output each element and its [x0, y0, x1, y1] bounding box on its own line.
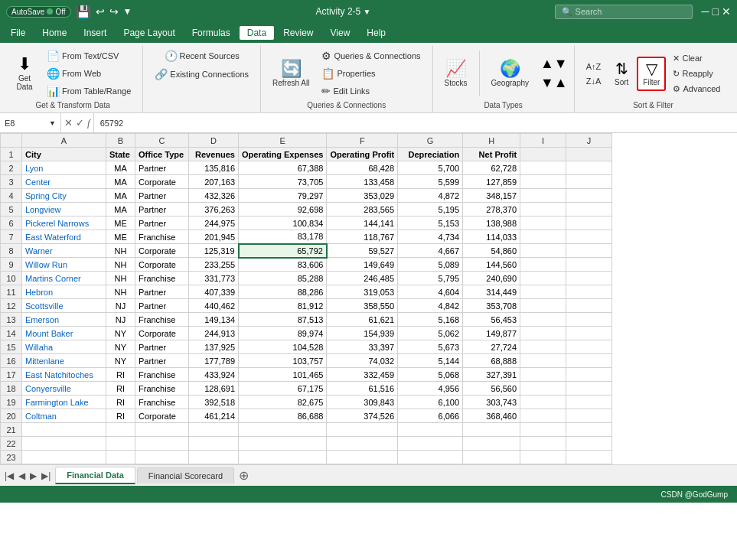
cell-opexp-10[interactable]: 85,288 — [239, 272, 327, 285]
cell-opexp-19[interactable]: 82,675 — [239, 396, 327, 409]
cell-city-7[interactable]: East Waterford — [22, 230, 106, 244]
cell-rev-15[interactable]: 137,925 — [189, 340, 239, 354]
cell-type-2[interactable]: Partner — [135, 161, 189, 175]
cell-city-19[interactable]: Farmington Lake — [22, 396, 106, 409]
nav-last-icon[interactable]: ▶| — [40, 469, 52, 483]
cell-type-13[interactable]: Franchise — [135, 313, 189, 327]
cell-type-6[interactable]: Partner — [135, 217, 189, 230]
header-office-type[interactable]: Office Type — [135, 148, 189, 161]
cancel-formula-icon[interactable]: ✕ — [64, 117, 73, 129]
cell-state-19[interactable]: RI — [106, 396, 135, 409]
cell-state-2[interactable]: MA — [106, 161, 135, 175]
cell-city-12[interactable]: Scottsville — [22, 299, 106, 313]
cell-type-14[interactable]: Corporate — [135, 327, 189, 340]
cell-depr-19[interactable]: 6,100 — [398, 396, 463, 409]
get-data-button[interactable]: ⬇ GetData — [9, 52, 40, 95]
cell-state-13[interactable]: NJ — [106, 313, 135, 327]
cell-opexp-16[interactable]: 103,757 — [239, 354, 327, 368]
cell-netprofit-11[interactable]: 314,449 — [463, 285, 520, 299]
cell-depr-11[interactable]: 4,604 — [398, 285, 463, 299]
tab-financial-data[interactable]: Financial Data — [55, 467, 135, 484]
cell-netprofit-9[interactable]: 144,560 — [463, 258, 520, 272]
cell-type-16[interactable]: Partner — [135, 354, 189, 368]
cell-city-6[interactable]: Pickerel Narrows — [22, 217, 106, 230]
cell-rev-6[interactable]: 244,975 — [189, 217, 239, 230]
cell-opexp-14[interactable]: 89,974 — [239, 327, 327, 340]
cell-city-16[interactable]: Mittenlane — [22, 354, 106, 368]
cell-depr-10[interactable]: 5,795 — [398, 272, 463, 285]
sort-down-icon[interactable]: ▼▲ — [540, 75, 568, 91]
cell-depr-4[interactable]: 4,872 — [398, 189, 463, 203]
cell-rev-19[interactable]: 392,518 — [189, 396, 239, 409]
cell-type-12[interactable]: Partner — [135, 299, 189, 313]
header-depreciation[interactable]: Depreciation — [398, 148, 463, 161]
cell-city-10[interactable]: Martins Corner — [22, 272, 106, 285]
cell-opexp-6[interactable]: 100,834 — [239, 217, 327, 230]
nav-prev-icon[interactable]: ◀ — [17, 469, 27, 483]
cell-state-16[interactable]: NY — [106, 354, 135, 368]
cell-rev-14[interactable]: 244,913 — [189, 327, 239, 340]
cell-rev-3[interactable]: 207,163 — [189, 175, 239, 189]
properties-button[interactable]: 📋 Properties — [316, 65, 426, 82]
cell-state-17[interactable]: RI — [106, 368, 135, 382]
cell-opprofit-7[interactable]: 118,767 — [327, 230, 398, 244]
cell-rev-11[interactable]: 407,339 — [189, 285, 239, 299]
menu-page-layout[interactable]: Page Layout — [116, 26, 182, 40]
title-dropdown-icon[interactable]: ▼ — [364, 8, 371, 16]
cell-opexp-7[interactable]: 83,178 — [239, 230, 327, 244]
cell-state-18[interactable]: RI — [106, 382, 135, 396]
menu-view[interactable]: View — [323, 26, 358, 40]
cell-netprofit-4[interactable]: 348,157 — [463, 189, 520, 203]
cell-opprofit-4[interactable]: 353,029 — [327, 189, 398, 203]
cell-depr-20[interactable]: 6,066 — [398, 409, 463, 423]
cell-depr-14[interactable]: 5,062 — [398, 327, 463, 340]
cell-depr-7[interactable]: 4,734 — [398, 230, 463, 244]
cell-netprofit-16[interactable]: 68,888 — [463, 354, 520, 368]
cell-type-7[interactable]: Franchise — [135, 230, 189, 244]
cell-depr-15[interactable]: 5,673 — [398, 340, 463, 354]
geography-button[interactable]: 🌍 Geography — [486, 57, 534, 91]
cell-netprofit-17[interactable]: 327,391 — [463, 368, 520, 382]
cell-depr-6[interactable]: 5,153 — [398, 217, 463, 230]
queries-connections-button[interactable]: ⚙ Queries & Connections — [316, 47, 426, 64]
from-web-button[interactable]: 🌐 From Web — [41, 65, 136, 82]
header-op-profit[interactable]: Operating Profit — [327, 148, 398, 161]
cell-opprofit-12[interactable]: 358,550 — [327, 299, 398, 313]
cell-opexp-18[interactable]: 67,175 — [239, 382, 327, 396]
cell-opexp-15[interactable]: 104,528 — [239, 340, 327, 354]
cell-city-15[interactable]: Willaha — [22, 340, 106, 354]
cell-netprofit-7[interactable]: 114,033 — [463, 230, 520, 244]
header-city[interactable]: City — [22, 148, 106, 161]
header-state[interactable]: State — [106, 148, 135, 161]
cell-depr-16[interactable]: 5,144 — [398, 354, 463, 368]
stocks-button[interactable]: 📈 Stocks — [439, 57, 473, 91]
cell-city-8[interactable]: Warner — [22, 244, 106, 258]
from-table-range-button[interactable]: 📊 From Table/Range — [41, 83, 136, 99]
refresh-button[interactable]: 🔄 Refresh All — [267, 57, 315, 91]
menu-home[interactable]: Home — [34, 26, 74, 40]
cell-rev-8[interactable]: 125,319 — [189, 244, 239, 258]
cell-state-3[interactable]: MA — [106, 175, 135, 189]
cell-netprofit-18[interactable]: 56,560 — [463, 382, 520, 396]
cell-state-11[interactable]: NH — [106, 285, 135, 299]
sort-up-icon[interactable]: ▲▼ — [540, 56, 568, 72]
cell-city-13[interactable]: Emerson — [22, 313, 106, 327]
col-header-a[interactable]: A — [22, 134, 106, 148]
menu-file[interactable]: File — [3, 26, 33, 40]
tab-financial-scorecard[interactable]: Financial Scorecard — [137, 467, 234, 483]
cell-city-3[interactable]: Center — [22, 175, 106, 189]
cell-depr-17[interactable]: 5,068 — [398, 368, 463, 382]
cell-rev-13[interactable]: 149,134 — [189, 313, 239, 327]
cell-rev-4[interactable]: 432,326 — [189, 189, 239, 203]
cell-opexp-2[interactable]: 67,388 — [239, 161, 327, 175]
cell-rev-20[interactable]: 461,214 — [189, 409, 239, 423]
filter-button[interactable]: ▽ Filter — [637, 57, 666, 91]
cell-opprofit-16[interactable]: 74,032 — [327, 354, 398, 368]
cell-city-14[interactable]: Mount Baker — [22, 327, 106, 340]
cell-depr-5[interactable]: 5,195 — [398, 203, 463, 217]
cell-type-19[interactable]: Franchise — [135, 396, 189, 409]
confirm-formula-icon[interactable]: ✓ — [76, 117, 84, 129]
cell-city-18[interactable]: Conyersville — [22, 382, 106, 396]
cell-state-8[interactable]: NH — [106, 244, 135, 258]
search-box[interactable]: 🔍 Search — [555, 5, 693, 19]
